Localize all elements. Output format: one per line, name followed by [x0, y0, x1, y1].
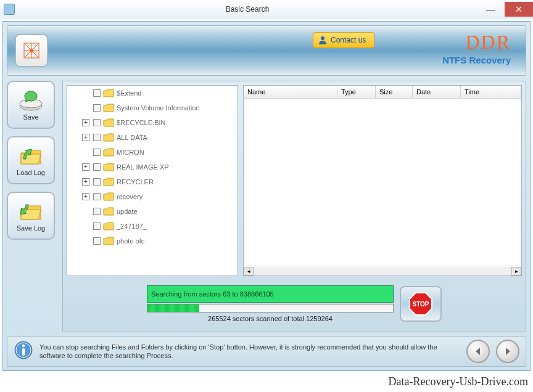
- col-size[interactable]: Size: [376, 86, 413, 98]
- brand-name: DDR: [442, 31, 511, 54]
- load-log-button[interactable]: Load Log: [7, 136, 55, 184]
- info-text: You can stop searching Files and Folders…: [39, 343, 460, 361]
- progress-status: 265524 sectors scanned of total 1259264: [208, 315, 333, 322]
- main-area: Save Load Log Save Log $ExtendSystem Vol…: [7, 81, 526, 332]
- expander-icon[interactable]: +: [82, 134, 89, 141]
- stop-icon: STOP: [407, 290, 434, 317]
- col-name[interactable]: Name: [244, 86, 337, 98]
- side-buttons: Save Load Log Save Log: [7, 81, 57, 332]
- tree-item[interactable]: +ALL DATA: [67, 130, 238, 145]
- scroll-right-icon[interactable]: ▸: [511, 267, 521, 276]
- minimize-button[interactable]: —: [476, 2, 505, 17]
- tree-checkbox[interactable]: [93, 134, 101, 141]
- contact-us-label: Contact us: [331, 36, 366, 44]
- watermark: Data-Recovery-Usb-Drive.com: [389, 375, 528, 388]
- expander-icon[interactable]: +: [82, 193, 89, 200]
- tree-item[interactable]: +RECYCLER: [67, 174, 238, 189]
- col-time[interactable]: Time: [461, 86, 521, 98]
- tree-item-label: _247187_: [117, 223, 147, 230]
- tree-checkbox[interactable]: [93, 237, 101, 245]
- expander-spacer: [82, 237, 89, 245]
- tree-item-label: $Extend: [117, 89, 141, 97]
- brand: DDR NTFS Recovery: [442, 31, 511, 65]
- svg-point-2: [321, 36, 324, 40]
- svg-point-9: [22, 345, 25, 347]
- svg-rect-10: [22, 348, 25, 356]
- titlebar: Basic Search — ✕: [0, 0, 533, 18]
- tree-item-label: RECYCLER: [117, 178, 154, 186]
- contact-us-button[interactable]: Contact us: [313, 32, 374, 48]
- tree-checkbox[interactable]: [93, 149, 101, 156]
- svg-point-1: [30, 49, 33, 52]
- person-icon: [317, 35, 328, 46]
- tree-item[interactable]: System Volume Information: [67, 100, 238, 115]
- scroll-left-icon[interactable]: ◂: [244, 267, 254, 276]
- tree-item-label: recovery: [117, 193, 143, 200]
- tree-item[interactable]: update: [67, 204, 238, 219]
- tree-checkbox[interactable]: [93, 223, 101, 230]
- save-log-icon: [17, 200, 44, 223]
- tree-checkbox[interactable]: [93, 178, 101, 186]
- tree-item[interactable]: $Extend: [67, 86, 238, 100]
- tree-item[interactable]: photo ofc: [67, 234, 238, 248]
- file-list-body: [244, 99, 521, 266]
- prev-button[interactable]: [466, 340, 490, 363]
- next-button[interactable]: [496, 340, 519, 363]
- tree-item-label: ALL DATA: [117, 134, 147, 141]
- tree-item[interactable]: MICRON: [67, 145, 238, 160]
- tree-item-label: update: [117, 208, 138, 215]
- expander-icon[interactable]: +: [82, 178, 89, 186]
- svg-text:STOP: STOP: [412, 301, 429, 308]
- load-log-label: Load Log: [17, 169, 45, 176]
- tree-item-label: MICRON: [117, 149, 144, 156]
- progress-bar: [147, 304, 394, 312]
- expander-spacer: [82, 149, 89, 156]
- tree-checkbox[interactable]: [93, 104, 101, 112]
- tree-item[interactable]: +REAL IMAGE XP: [67, 160, 238, 174]
- folder-tree[interactable]: $ExtendSystem Volume Information+$RECYCL…: [67, 85, 238, 276]
- app-icon: [4, 4, 15, 15]
- panels: $ExtendSystem Volume Information+$RECYCL…: [62, 81, 526, 332]
- tree-checkbox[interactable]: [93, 163, 101, 171]
- col-date[interactable]: Date: [413, 86, 461, 98]
- expander-spacer: [82, 89, 89, 97]
- tree-item-label: $RECYCLE.BIN: [117, 119, 165, 126]
- save-log-label: Save Log: [17, 224, 45, 232]
- close-button[interactable]: ✕: [505, 2, 533, 17]
- info-bar: You can stop searching Files and Folders…: [7, 336, 526, 367]
- app-header: Contact us DDR NTFS Recovery: [7, 25, 526, 76]
- expander-icon[interactable]: +: [82, 119, 89, 126]
- save-icon: [17, 89, 44, 112]
- progress-bar-fill: [147, 304, 199, 312]
- expander-spacer: [82, 208, 89, 215]
- tree-item[interactable]: +recovery: [67, 189, 238, 204]
- tree-checkbox[interactable]: [93, 208, 101, 215]
- logo-box[interactable]: [15, 34, 48, 67]
- col-type[interactable]: Type: [337, 86, 376, 98]
- scroll-track[interactable]: [254, 267, 511, 276]
- chevron-right-icon: [502, 346, 513, 357]
- file-list-header: Name Type Size Date Time: [244, 86, 521, 99]
- logo-icon: [22, 41, 41, 60]
- progress-label: Searching from sectors 63 to 838866105: [147, 285, 394, 303]
- chevron-left-icon: [473, 346, 484, 357]
- file-list: Name Type Size Date Time ◂ ▸: [243, 85, 522, 276]
- save-button[interactable]: Save: [7, 81, 55, 129]
- tree-item-label: System Volume Information: [117, 104, 200, 112]
- app-container: Contact us DDR NTFS Recovery Save Load L…: [2, 21, 531, 371]
- tree-item[interactable]: _247187_: [67, 219, 238, 234]
- info-icon: [14, 340, 33, 362]
- window-title: Basic Search: [19, 5, 476, 14]
- panels-top: $ExtendSystem Volume Information+$RECYCL…: [67, 85, 522, 276]
- tree-checkbox[interactable]: [93, 119, 101, 126]
- stop-button[interactable]: STOP: [400, 286, 442, 322]
- tree-item-label: REAL IMAGE XP: [117, 163, 169, 171]
- save-log-button[interactable]: Save Log: [7, 192, 55, 240]
- expander-icon[interactable]: +: [82, 163, 89, 171]
- save-label: Save: [23, 113, 38, 121]
- tree-checkbox[interactable]: [93, 193, 101, 200]
- tree-item[interactable]: +$RECYCLE.BIN: [67, 115, 238, 130]
- progress-area: Searching from sectors 63 to 838866105 2…: [67, 280, 522, 328]
- tree-checkbox[interactable]: [93, 89, 101, 97]
- horiz-scrollbar[interactable]: ◂ ▸: [244, 266, 521, 276]
